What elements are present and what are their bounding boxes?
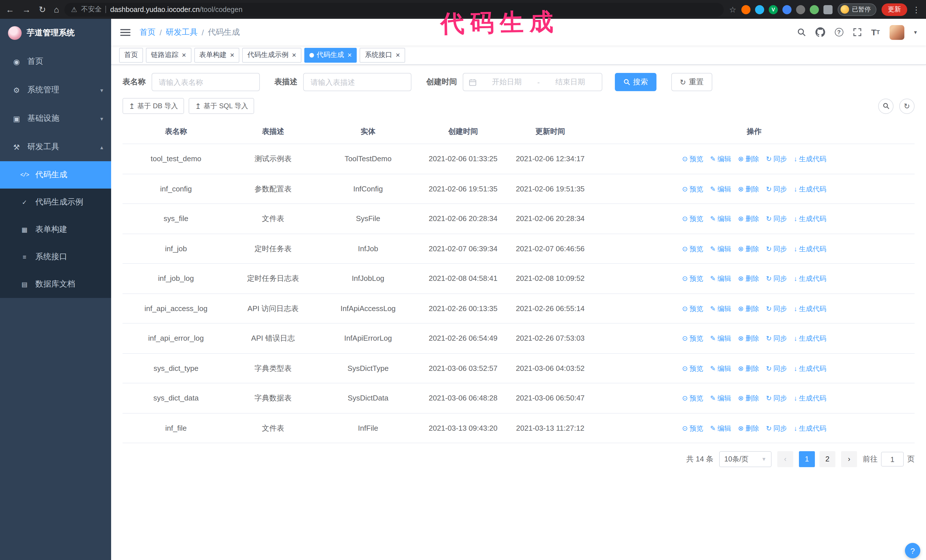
sidebar-item-codegen-example[interactable]: ✓ 代码生成示例 bbox=[0, 189, 111, 216]
action-generate-code[interactable]: ↓生成代码 bbox=[794, 363, 826, 373]
action-edit[interactable]: ✎编辑 bbox=[710, 423, 731, 433]
profile-paused-badge[interactable]: 已暂停 bbox=[838, 3, 876, 16]
extension-icon[interactable] bbox=[796, 5, 805, 14]
page-button-2[interactable]: 2 bbox=[819, 451, 835, 467]
home-icon[interactable]: ⌂ bbox=[54, 5, 59, 14]
action-delete[interactable]: ⊗删除 bbox=[738, 184, 759, 194]
tab-trace[interactable]: 链路追踪× bbox=[146, 48, 191, 62]
action-edit[interactable]: ✎编辑 bbox=[710, 154, 731, 164]
action-preview[interactable]: ⊙预览 bbox=[682, 333, 703, 344]
tab-codegen[interactable]: 代码生成× bbox=[304, 48, 357, 62]
prev-page-button[interactable]: ‹ bbox=[777, 451, 793, 467]
table-desc-input[interactable] bbox=[303, 73, 412, 91]
tab-system-api[interactable]: 系统接口× bbox=[360, 48, 405, 62]
extension-icon[interactable] bbox=[755, 5, 764, 14]
tab-close-icon[interactable]: × bbox=[182, 51, 186, 59]
update-button[interactable]: 更新 bbox=[882, 3, 907, 16]
extension-icon[interactable] bbox=[782, 5, 791, 14]
github-icon[interactable] bbox=[815, 27, 825, 37]
back-icon[interactable]: ← bbox=[6, 5, 14, 14]
breadcrumb-dev-tools[interactable]: 研发工具 bbox=[166, 27, 198, 37]
extensions-puzzle-icon[interactable] bbox=[823, 5, 832, 14]
action-preview[interactable]: ⊙预览 bbox=[682, 423, 703, 433]
tab-close-icon[interactable]: × bbox=[348, 51, 352, 59]
extension-icon[interactable] bbox=[741, 5, 750, 14]
action-generate-code[interactable]: ↓生成代码 bbox=[794, 333, 826, 344]
extension-icon[interactable]: V bbox=[769, 5, 778, 14]
help-icon[interactable]: ? bbox=[835, 28, 843, 36]
sidebar-logo[interactable]: 芋道管理系统 bbox=[0, 19, 111, 47]
sidebar-item-dev-tools[interactable]: ⚒ 研发工具 ▴ bbox=[0, 133, 111, 161]
action-sync[interactable]: ↻同步 bbox=[766, 154, 787, 164]
action-edit[interactable]: ✎编辑 bbox=[710, 184, 731, 194]
action-generate-code[interactable]: ↓生成代码 bbox=[794, 393, 826, 403]
font-size-icon[interactable]: TT bbox=[871, 27, 880, 37]
refresh-button[interactable]: ↻ bbox=[899, 98, 915, 114]
bookmark-star-icon[interactable]: ☆ bbox=[729, 5, 736, 14]
tab-close-icon[interactable]: × bbox=[292, 51, 296, 59]
action-delete[interactable]: ⊗删除 bbox=[738, 423, 759, 433]
action-edit[interactable]: ✎编辑 bbox=[710, 333, 731, 344]
action-preview[interactable]: ⊙预览 bbox=[682, 243, 703, 254]
action-delete[interactable]: ⊗删除 bbox=[738, 214, 759, 224]
sidebar-item-home[interactable]: ◉ 首页 bbox=[0, 47, 111, 76]
toggle-search-button[interactable] bbox=[878, 98, 894, 114]
page-button-1[interactable]: 1 bbox=[799, 451, 815, 467]
reset-button[interactable]: ↻ 重置 bbox=[671, 73, 712, 91]
action-delete[interactable]: ⊗删除 bbox=[738, 333, 759, 344]
date-range-picker[interactable]: 开始日期 - 结束日期 bbox=[463, 73, 602, 91]
search-button[interactable]: 搜索 bbox=[615, 73, 657, 91]
end-date-placeholder[interactable]: 结束日期 bbox=[544, 77, 596, 87]
address-bar[interactable]: ⚠ 不安全 dashboard.yudao.iocoder.cn/tool/co… bbox=[64, 3, 724, 16]
action-edit[interactable]: ✎编辑 bbox=[710, 243, 731, 254]
browser-menu-icon[interactable]: ⋮ bbox=[912, 5, 920, 14]
action-edit[interactable]: ✎编辑 bbox=[710, 273, 731, 284]
action-edit[interactable]: ✎编辑 bbox=[710, 214, 731, 224]
action-sync[interactable]: ↻同步 bbox=[766, 363, 787, 373]
action-delete[interactable]: ⊗删除 bbox=[738, 363, 759, 373]
action-sync[interactable]: ↻同步 bbox=[766, 303, 787, 314]
action-preview[interactable]: ⊙预览 bbox=[682, 303, 703, 314]
import-db-button[interactable]: ↥ 基于 DB 导入 bbox=[123, 98, 185, 114]
action-delete[interactable]: ⊗删除 bbox=[738, 243, 759, 254]
action-generate-code[interactable]: ↓生成代码 bbox=[794, 154, 826, 164]
action-delete[interactable]: ⊗删除 bbox=[738, 154, 759, 164]
action-generate-code[interactable]: ↓生成代码 bbox=[794, 273, 826, 284]
breadcrumb-home[interactable]: 首页 bbox=[139, 27, 156, 37]
action-generate-code[interactable]: ↓生成代码 bbox=[794, 243, 826, 254]
tab-close-icon[interactable]: × bbox=[230, 51, 234, 59]
sidebar-item-database-doc[interactable]: ▤ 数据库文档 bbox=[0, 270, 111, 298]
action-preview[interactable]: ⊙预览 bbox=[682, 154, 703, 164]
action-sync[interactable]: ↻同步 bbox=[766, 423, 787, 433]
tab-home[interactable]: 首页 bbox=[119, 48, 143, 62]
floating-help-button[interactable]: ? bbox=[905, 543, 920, 558]
sidebar-item-code-generation[interactable]: </> 代码生成 bbox=[0, 161, 111, 189]
sidebar-item-system-api[interactable]: ≡ 系统接口 bbox=[0, 243, 111, 270]
search-icon[interactable] bbox=[797, 28, 805, 36]
tab-form-builder[interactable]: 表单构建× bbox=[194, 48, 239, 62]
goto-page-input[interactable] bbox=[881, 452, 904, 466]
action-generate-code[interactable]: ↓生成代码 bbox=[794, 184, 826, 194]
action-generate-code[interactable]: ↓生成代码 bbox=[794, 214, 826, 224]
import-sql-button[interactable]: ↥ 基于 SQL 导入 bbox=[189, 98, 254, 114]
action-sync[interactable]: ↻同步 bbox=[766, 393, 787, 403]
user-avatar[interactable] bbox=[890, 25, 904, 39]
sidebar-toggle-icon[interactable] bbox=[120, 29, 130, 36]
action-sync[interactable]: ↻同步 bbox=[766, 273, 787, 284]
sidebar-item-form-builder[interactable]: ▦ 表单构建 bbox=[0, 216, 111, 243]
next-page-button[interactable]: › bbox=[841, 451, 857, 467]
reload-icon[interactable]: ↻ bbox=[39, 4, 46, 15]
action-preview[interactable]: ⊙预览 bbox=[682, 273, 703, 284]
start-date-placeholder[interactable]: 开始日期 bbox=[481, 77, 533, 87]
action-sync[interactable]: ↻同步 bbox=[766, 243, 787, 254]
fullscreen-icon[interactable] bbox=[853, 28, 861, 36]
action-sync[interactable]: ↻同步 bbox=[766, 184, 787, 194]
table-name-input[interactable] bbox=[151, 73, 260, 91]
action-delete[interactable]: ⊗删除 bbox=[738, 273, 759, 284]
action-edit[interactable]: ✎编辑 bbox=[710, 303, 731, 314]
action-edit[interactable]: ✎编辑 bbox=[710, 393, 731, 403]
action-delete[interactable]: ⊗删除 bbox=[738, 303, 759, 314]
action-generate-code[interactable]: ↓生成代码 bbox=[794, 423, 826, 433]
page-size-select[interactable]: 10条/页 ▼ bbox=[719, 451, 772, 467]
avatar-caret-icon[interactable]: ▾ bbox=[914, 29, 917, 35]
